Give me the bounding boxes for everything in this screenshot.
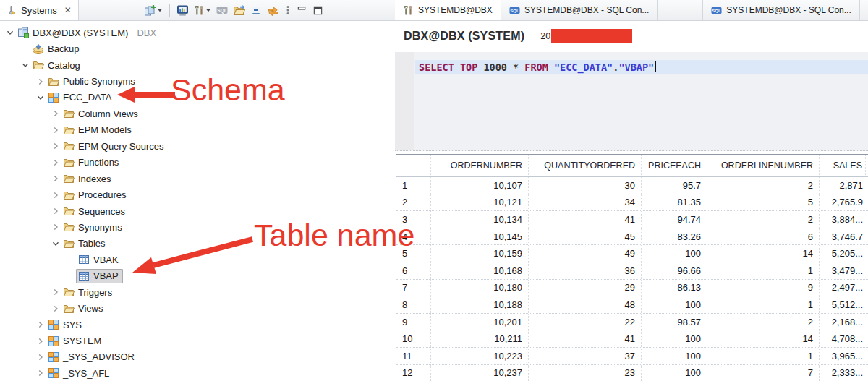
column-header-ordernumber[interactable]: ORDERNUMBER [431,155,529,176]
data-cell[interactable]: 81.35 [642,194,707,211]
maximize-button[interactable] [311,1,325,19]
tree-item-sys-advisor[interactable]: _SYS_ADVISOR [0,349,388,365]
row-number-cell[interactable]: 1 [396,177,431,194]
tree-item-epm-models[interactable]: EPM Models [0,122,388,138]
editor-tab-3[interactable]: SQLSYSTEMDB@DBX - SQL Con... [702,0,859,20]
tree-item-sequences[interactable]: Sequences [0,203,388,219]
tree-item-functions[interactable]: Functions [0,155,388,171]
row-number-cell[interactable]: 10 [396,330,431,347]
tree-item-sys[interactable]: SYS [0,317,388,333]
chevron-collapsed-icon[interactable] [50,108,61,119]
table-row[interactable]: 810,1884810015,512... [396,296,868,314]
data-cell[interactable]: 23 [529,365,642,381]
data-cell[interactable]: 10,211 [431,330,529,347]
tree-item-catalog[interactable]: Catalog [0,57,388,73]
collapse-all-button[interactable] [249,1,263,19]
data-cell[interactable]: 2 [707,314,820,330]
tree-item-views[interactable]: Views [0,300,388,316]
table-row[interactable]: 1210,2372310072,333... [396,365,868,381]
chevron-expanded-icon[interactable] [50,238,61,249]
data-cell[interactable]: 10,107 [431,177,529,194]
data-cell[interactable]: 10,201 [431,314,529,330]
column-header-sales[interactable]: SALES [820,155,866,176]
row-number-header[interactable] [396,155,431,176]
row-number-cell[interactable]: 12 [396,365,431,381]
data-cell[interactable]: 5 [707,194,820,211]
tree-item-column-views[interactable]: Column Views [0,106,388,121]
data-cell[interactable]: 83.26 [642,228,707,245]
data-cell[interactable]: 96.66 [642,262,707,279]
data-cell[interactable]: 29 [529,280,642,296]
tree-item-dbx-dbx-system[interactable]: DBX@DBX (SYSTEM)DBX [0,25,388,40]
table-row[interactable]: 1010,21141100144,708... [396,330,868,348]
open-file-button[interactable] [231,1,247,19]
table-row[interactable]: 710,1802986.1392,497... [396,280,868,297]
chevron-expanded-icon[interactable] [35,92,46,103]
chevron-collapsed-icon[interactable] [35,320,46,330]
data-cell[interactable]: 45 [529,228,642,245]
data-cell[interactable]: 10,121 [431,194,529,211]
data-cell[interactable]: 4,708... [820,330,866,347]
data-cell[interactable]: 94.74 [642,211,707,228]
add-system-button[interactable] [142,1,164,19]
sql-editor[interactable]: SELECT TOP 1000 * FROM "ECC_DATA"."VBAP" [395,52,868,151]
row-number-cell[interactable]: 9 [396,314,431,330]
chevron-collapsed-icon[interactable] [50,174,61,184]
table-row[interactable]: 610,1683696.6613,479... [396,262,868,280]
data-cell[interactable]: 41 [529,211,642,228]
data-cell[interactable]: 3,884... [820,211,866,228]
data-cell[interactable]: 100 [642,296,707,313]
chevron-collapsed-icon[interactable] [35,76,46,87]
data-cell[interactable]: 10,188 [431,296,529,313]
tree-item-triggers[interactable]: Triggers [0,284,388,300]
data-cell[interactable]: 86.13 [642,280,707,296]
tab-systems[interactable]: Systems ✕ [0,0,79,20]
data-cell[interactable]: 3,746.7 [820,228,866,245]
data-cell[interactable]: 5,512... [820,296,866,313]
data-cell[interactable]: 10,168 [431,262,529,279]
column-header-quantityordered[interactable]: QUANTITYORDERED [529,155,642,176]
close-icon[interactable]: ✕ [64,5,72,15]
data-cell[interactable]: 7 [707,365,820,381]
chevron-collapsed-icon[interactable] [50,287,61,298]
chevron-collapsed-icon[interactable] [50,124,61,135]
data-cell[interactable]: 10,145 [431,228,529,245]
data-cell[interactable]: 1 [707,296,820,313]
data-cell[interactable]: 48 [529,296,642,313]
data-cell[interactable]: 22 [529,314,642,330]
data-cell[interactable]: 10,237 [431,365,529,381]
data-cell[interactable]: 2,765.9 [820,194,866,211]
tree-item-sys-afl[interactable]: _SYS_AFL [0,365,388,381]
table-row[interactable]: 110,1073095.722,871 [396,177,868,194]
row-number-cell[interactable]: 7 [396,280,431,296]
chevron-expanded-icon[interactable] [20,60,30,71]
editor-tab-1[interactable]: SYSTEMDB@DBX [395,0,501,20]
row-number-cell[interactable]: 2 [396,194,431,211]
data-cell[interactable]: 98.57 [642,314,707,330]
table-row[interactable]: 910,2012298.5722,168... [396,314,868,331]
tree-item-backup[interactable]: Backup [0,40,388,56]
data-cell[interactable]: 1 [707,348,820,364]
data-cell[interactable]: 100 [642,348,707,364]
data-cell[interactable]: 14 [707,330,820,347]
chevron-collapsed-icon[interactable] [35,368,46,379]
chevron-collapsed-icon[interactable] [50,157,61,168]
data-cell[interactable]: 6 [707,228,820,245]
chevron-collapsed-icon[interactable] [35,335,46,346]
data-cell[interactable]: 5,205... [820,245,866,262]
row-number-cell[interactable]: 6 [396,262,431,279]
column-header-priceeach[interactable]: PRICEEACH [642,155,707,176]
sql-statement-line[interactable]: SELECT TOP 1000 * FROM "ECC_DATA"."VBAP" [415,60,868,74]
chevron-collapsed-icon[interactable] [50,303,61,314]
view-menu-button[interactable] [283,1,293,19]
data-cell[interactable]: 49 [529,245,642,262]
data-cell[interactable]: 10,180 [431,280,529,296]
data-cell[interactable]: 100 [642,365,707,381]
data-cell[interactable]: 3,479... [820,262,866,279]
data-cell[interactable]: 10,159 [431,245,529,262]
data-cell[interactable]: 41 [529,330,642,347]
data-cell[interactable]: 10,134 [431,211,529,228]
column-header-orderlinenumber[interactable]: ORDERLINENUMBER [707,155,820,176]
data-cell[interactable]: 37 [529,348,642,364]
editor-tab-2[interactable]: SQLSYSTEMDB@DBX - SQL Con... [501,0,658,20]
